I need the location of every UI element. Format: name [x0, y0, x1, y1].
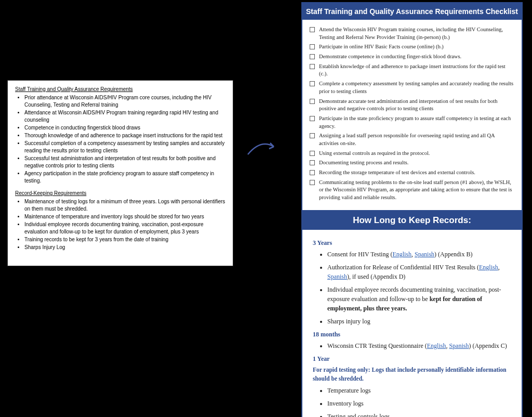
- list-item: Authorization for Release of Confidentia…: [327, 263, 511, 281]
- transition-arrow-icon: [245, 136, 282, 162]
- list-item: Sharps Injury Log: [24, 244, 225, 251]
- english-link[interactable]: English: [427, 342, 446, 349]
- checklist-item: Recording the storage temperature of tes…: [310, 169, 514, 177]
- spanish-link[interactable]: Spanish: [327, 273, 347, 280]
- record-keeping-heading: Record-Keeping Requirements: [15, 190, 225, 197]
- record-keeping-list: Maintenance of testing logs for a minimu…: [15, 198, 225, 251]
- list-item: Wisconsin CTR Testing Questionnaire (Eng…: [327, 341, 511, 350]
- list-item: Successful completion of a competency as…: [24, 140, 225, 154]
- checklist-list: Attend the Wisconsin HIV Program trainin…: [310, 26, 514, 202]
- duration-18-months: 18 months: [313, 330, 511, 339]
- checklist-panel: Staff Training and Quality Assurance Req…: [301, 2, 523, 212]
- checklist-item: Communicating testing problems to the on…: [310, 179, 514, 202]
- checklist-body: Attend the Wisconsin HIV Program trainin…: [302, 20, 522, 211]
- checklist-title: Staff Training and Quality Assurance Req…: [302, 3, 522, 20]
- list-item: Training records to be kept for 3 years …: [24, 236, 225, 243]
- records-1year-list: Temperature logs Inventory logs Testing …: [313, 386, 511, 418]
- list-item: Attendance at Wisconsin AIDS/HIV Program…: [24, 109, 225, 124]
- shred-note: For rapid testing only: Logs that includ…: [313, 366, 511, 384]
- duration-1-year: 1 Year: [313, 354, 511, 363]
- spanish-link[interactable]: Spanish: [415, 251, 434, 258]
- checklist-item: Participate in the state proficiency pro…: [310, 115, 514, 130]
- list-item: Consent for HIV Testing (English, Spanis…: [327, 250, 511, 259]
- checklist-item: Demonstrate competence in conducting fin…: [310, 53, 514, 61]
- list-item: Temperature logs: [327, 386, 511, 395]
- list-item: Individual employee records documenting …: [24, 221, 225, 236]
- records-title: How Long to Keep Records:: [302, 211, 522, 230]
- checklist-item: Establish knowledge of and adherence to …: [310, 63, 514, 78]
- list-item: Agency participation in the state profic…: [24, 170, 225, 185]
- list-item: Prior attendance at Wisconsin AIDS/HIV P…: [24, 94, 225, 109]
- checklist-item: Documenting testing process and results.: [310, 159, 514, 167]
- list-item: Testing and controls logs: [327, 412, 511, 418]
- list-item: Maintenance of testing logs for a minimu…: [24, 198, 225, 213]
- checklist-item: Participate in online HIV Basic Facts co…: [310, 43, 514, 51]
- list-item: Inventory logs: [327, 399, 511, 408]
- list-item: Maintenance of temperature and inventory…: [24, 213, 225, 220]
- list-item: Individual employee records documenting …: [327, 285, 511, 313]
- spanish-link[interactable]: Spanish: [449, 342, 469, 349]
- list-item: Successful test administration and inter…: [24, 155, 225, 170]
- legacy-requirements-panel: Staff Training and Quality Assurance Req…: [7, 80, 233, 266]
- checklist-item: Demonstrate accurate test administration…: [310, 98, 514, 113]
- staff-training-heading: Staff Training and Quality Assurance Req…: [15, 86, 225, 93]
- list-item: Sharps injury log: [327, 317, 511, 326]
- checklist-item: Using external controls as required in t…: [310, 150, 514, 158]
- list-item: Thorough knowledge of and adherence to p…: [24, 132, 225, 139]
- duration-3-years: 3 Years: [313, 238, 511, 247]
- checklist-item: Complete a competency assessment by test…: [310, 80, 514, 95]
- list-item: Competence in conducting fingerstick blo…: [24, 124, 225, 132]
- english-link[interactable]: English: [479, 264, 498, 271]
- records-3year-list: Consent for HIV Testing (English, Spanis…: [313, 250, 511, 326]
- staff-training-list: Prior attendance at Wisconsin AIDS/HIV P…: [15, 94, 225, 185]
- english-link[interactable]: English: [392, 251, 411, 258]
- records-18month-list: Wisconsin CTR Testing Questionnaire (Eng…: [313, 341, 511, 350]
- records-retention-panel: How Long to Keep Records: 3 Years Consen…: [301, 210, 523, 417]
- checklist-item: Attend the Wisconsin HIV Program trainin…: [310, 26, 514, 41]
- records-body: 3 Years Consent for HIV Testing (English…: [302, 230, 522, 417]
- checklist-item: Assigning a lead staff person responsibl…: [310, 132, 514, 147]
